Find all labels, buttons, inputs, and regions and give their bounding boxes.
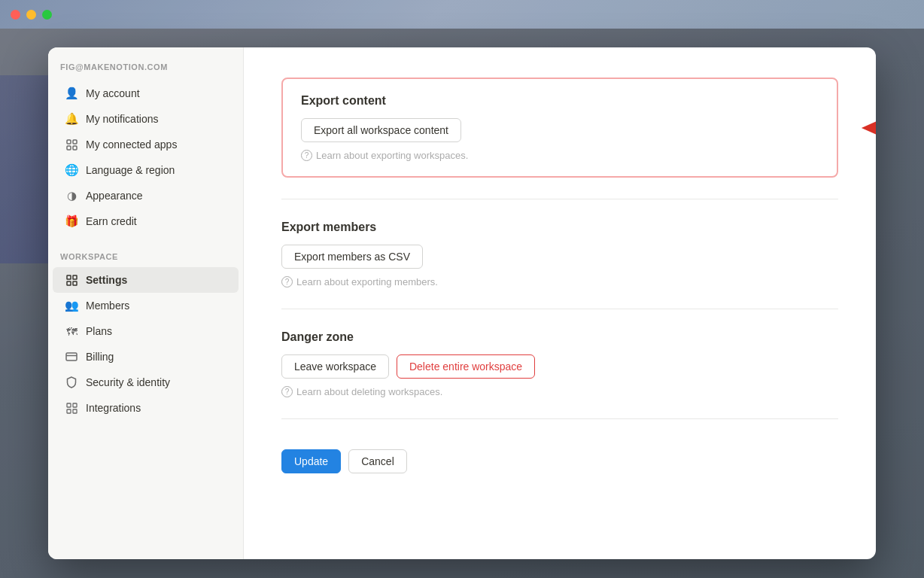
update-button[interactable]: Update xyxy=(281,449,341,473)
leave-workspace-button[interactable]: Leave workspace xyxy=(281,354,389,379)
export-content-help: ? Learn about exporting workspaces. xyxy=(301,150,819,161)
modal-overlay: fig@makenotion.com 👤 My account 🔔 My not… xyxy=(0,29,924,578)
export-members-csv-button[interactable]: Export members as CSV xyxy=(281,245,423,269)
sidebar-item-earn-credit[interactable]: 🎁 Earn credit xyxy=(53,208,239,234)
billing-icon xyxy=(65,350,78,364)
sidebar-item-label: Plans xyxy=(86,325,112,337)
danger-zone-help-text: Learn about deleting workspaces. xyxy=(296,386,442,397)
svg-rect-7 xyxy=(73,281,77,285)
svg-rect-5 xyxy=(73,275,77,279)
cancel-button[interactable]: Cancel xyxy=(348,449,407,473)
appearance-icon: ◑ xyxy=(65,189,78,202)
divider-3 xyxy=(281,418,838,419)
export-members-help-text: Learn about exporting members. xyxy=(296,276,438,287)
sidebar-item-my-notifications[interactable]: 🔔 My notifications xyxy=(53,106,239,132)
export-members-section: Export members Export members as CSV ? L… xyxy=(281,221,838,287)
sidebar-item-label: Integrations xyxy=(86,402,141,414)
sidebar-item-members[interactable]: 👥 Members xyxy=(53,293,239,318)
sidebar: fig@makenotion.com 👤 My account 🔔 My not… xyxy=(48,47,244,559)
sidebar-item-billing[interactable]: Billing xyxy=(53,344,239,370)
export-members-help: ? Learn about exporting members. xyxy=(281,276,838,287)
danger-zone-section: Danger zone Leave workspace Delete entir… xyxy=(281,330,838,397)
divider-1 xyxy=(281,199,838,199)
svg-rect-0 xyxy=(67,140,71,144)
sidebar-item-label: Appearance xyxy=(86,190,143,202)
members-icon: 👥 xyxy=(65,299,78,312)
minimize-button[interactable] xyxy=(26,10,36,20)
settings-icon xyxy=(65,273,78,287)
bottom-actions: Update Cancel xyxy=(281,449,838,473)
integrations-icon xyxy=(65,401,78,415)
danger-zone-title: Danger zone xyxy=(281,330,838,344)
svg-rect-13 xyxy=(73,409,77,413)
svg-rect-6 xyxy=(67,281,71,285)
export-members-title: Export members xyxy=(281,221,838,234)
sidebar-email: fig@makenotion.com xyxy=(48,62,243,81)
svg-rect-2 xyxy=(67,146,71,150)
svg-rect-4 xyxy=(67,275,71,279)
account-icon: 👤 xyxy=(65,87,78,100)
export-content-title: Export content xyxy=(301,94,819,108)
sidebar-item-label: My connected apps xyxy=(86,138,177,151)
help-icon-3: ? xyxy=(281,386,293,397)
danger-zone-help: ? Learn about deleting workspaces. xyxy=(281,386,838,397)
sidebar-item-label: Settings xyxy=(86,274,127,286)
sidebar-item-label: Language & region xyxy=(86,164,175,176)
export-content-section: Export content Export all workspace cont… xyxy=(281,78,838,178)
sidebar-item-my-account[interactable]: 👤 My account xyxy=(53,81,239,106)
sidebar-item-label: My account xyxy=(86,87,140,99)
delete-entire-workspace-button[interactable]: Delete entire workspace xyxy=(397,354,535,379)
export-all-workspace-content-button[interactable]: Export all workspace content xyxy=(301,118,461,142)
plans-icon: 🗺 xyxy=(65,324,78,338)
sidebar-item-integrations[interactable]: Integrations xyxy=(53,395,239,421)
notifications-icon: 🔔 xyxy=(65,112,78,126)
help-icon: ? xyxy=(301,150,312,161)
sidebar-item-label: Security & identity xyxy=(86,376,170,388)
sidebar-item-security-identity[interactable]: Security & identity xyxy=(53,370,239,395)
sidebar-item-label: Members xyxy=(86,300,129,312)
svg-rect-11 xyxy=(73,403,77,407)
sidebar-item-my-connected-apps[interactable]: My connected apps xyxy=(53,132,239,157)
divider-2 xyxy=(281,309,838,309)
fullscreen-button[interactable] xyxy=(42,10,52,20)
main-content: Export content Export all workspace cont… xyxy=(244,47,876,559)
earn-credit-icon: 🎁 xyxy=(65,214,78,228)
sidebar-item-settings[interactable]: Settings xyxy=(53,267,239,293)
svg-rect-3 xyxy=(73,146,77,150)
close-button[interactable] xyxy=(11,10,20,20)
language-icon: 🌐 xyxy=(65,163,78,177)
settings-modal: fig@makenotion.com 👤 My account 🔔 My not… xyxy=(48,47,876,559)
arrow-indicator xyxy=(840,114,876,141)
workspace-section-label: WORKSPACE xyxy=(48,240,243,267)
export-content-help-text: Learn about exporting workspaces. xyxy=(316,150,468,161)
svg-rect-10 xyxy=(67,403,71,407)
svg-rect-12 xyxy=(67,409,71,413)
sidebar-item-label: Billing xyxy=(86,351,114,363)
svg-marker-14 xyxy=(862,115,876,140)
sidebar-item-appearance[interactable]: ◑ Appearance xyxy=(53,183,239,208)
connected-apps-icon xyxy=(65,138,78,151)
security-icon xyxy=(65,376,78,389)
svg-rect-8 xyxy=(66,353,77,360)
sidebar-item-label: My notifications xyxy=(86,113,158,125)
titlebar xyxy=(0,0,924,29)
sidebar-item-plans[interactable]: 🗺 Plans xyxy=(53,318,239,344)
svg-rect-1 xyxy=(73,140,77,144)
sidebar-item-language-region[interactable]: 🌐 Language & region xyxy=(53,157,239,183)
help-icon-2: ? xyxy=(281,276,293,287)
sidebar-item-label: Earn credit xyxy=(86,215,137,227)
